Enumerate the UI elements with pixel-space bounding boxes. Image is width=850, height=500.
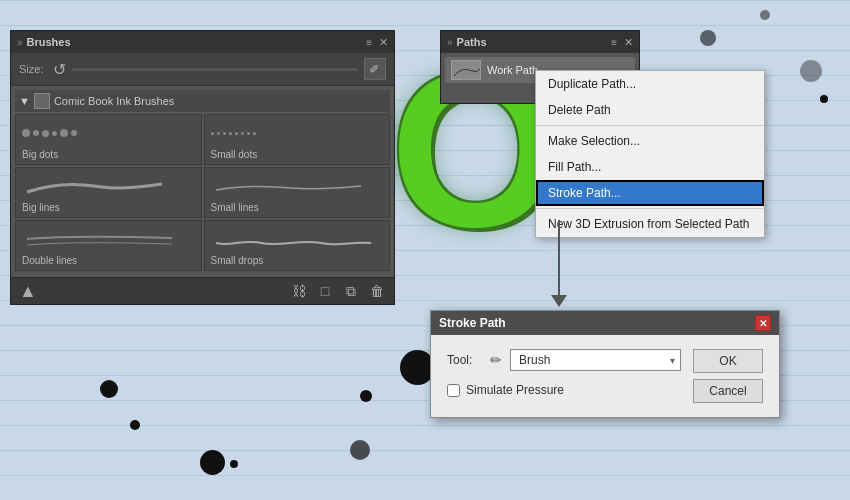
brushes-panel-header: » Brushes ≡ ✕ — [11, 31, 394, 53]
brush-name-small-drops: Small drops — [211, 255, 384, 266]
cancel-button[interactable]: Cancel — [693, 379, 763, 403]
brush-preview-small-dots — [211, 119, 384, 147]
simulate-pressure-checkbox[interactable] — [447, 384, 460, 397]
tool-row: Tool: ✏ Brush ▾ — [447, 349, 681, 371]
brushes-link-button[interactable]: ⛓ — [288, 282, 310, 300]
paths-panel-title: Paths — [457, 36, 487, 48]
tool-select[interactable]: Brush — [510, 349, 681, 371]
menu-item-make-selection[interactable]: Make Selection... — [536, 128, 764, 154]
brush-preview-big-lines — [22, 172, 195, 200]
context-menu: Duplicate Path... Delete Path Make Selec… — [535, 70, 765, 238]
double-lines-svg — [22, 225, 195, 253]
small-dots-preview — [211, 132, 256, 135]
arrow-line — [558, 220, 560, 300]
brush-icon: ✏ — [490, 352, 502, 368]
brushes-collapse-arrow[interactable]: » — [17, 37, 23, 48]
brush-name-big-lines: Big lines — [22, 202, 195, 213]
splatter-8 — [700, 30, 716, 46]
brush-size-row: Size: ↺ ✏ — [11, 53, 394, 86]
brush-preview-big-dots — [22, 119, 195, 147]
dot — [211, 132, 214, 135]
menu-item-delete-path[interactable]: Delete Path — [536, 97, 764, 123]
brush-name-double-lines: Double lines — [22, 255, 195, 266]
menu-item-stroke-path[interactable]: Stroke Path... — [536, 180, 764, 206]
ok-button[interactable]: OK — [693, 349, 763, 373]
paths-menu-icon[interactable]: ≡ — [608, 36, 620, 49]
brush-grid: Big dots Small dots — [15, 112, 390, 273]
dot — [52, 131, 57, 136]
brush-preview-small-lines — [211, 172, 384, 200]
paths-panel-header: » Paths ≡ ✕ — [441, 31, 639, 53]
small-lines-svg — [211, 172, 384, 200]
splatter-11 — [820, 95, 828, 103]
brush-preview-small-drops — [211, 225, 384, 253]
big-dots-preview — [22, 129, 77, 137]
brush-group-folder-icon — [34, 93, 50, 109]
brushes-menu-icon[interactable]: ≡ — [363, 36, 375, 49]
dialog-form: Tool: ✏ Brush ▾ Simulate Pressure — [447, 349, 681, 397]
simulate-pressure-label: Simulate Pressure — [466, 383, 564, 397]
dialog-buttons: OK Cancel — [693, 349, 763, 403]
paths-panel-header-left: » Paths — [447, 36, 487, 48]
brush-pencil-icon: ✏ — [367, 61, 384, 78]
dot — [22, 129, 30, 137]
menu-divider-2 — [536, 208, 764, 209]
splatter-4 — [230, 460, 238, 468]
brushes-panel-title: Brushes — [27, 36, 71, 48]
tool-label: Tool: — [447, 353, 482, 367]
menu-item-duplicate-path[interactable]: Duplicate Path... — [536, 71, 764, 97]
dialog-close-button[interactable]: ✕ — [755, 315, 771, 331]
brush-name-small-dots: Small dots — [211, 149, 384, 160]
brush-item-double-lines[interactable]: Double lines — [15, 220, 202, 271]
brush-name-big-dots: Big dots — [22, 149, 195, 160]
reset-size-icon[interactable]: ↺ — [53, 60, 66, 79]
size-label: Size: — [19, 63, 47, 75]
brushes-close-button[interactable]: ✕ — [379, 36, 388, 49]
dot — [247, 132, 250, 135]
brush-size-slider[interactable] — [72, 68, 358, 71]
brushes-new-button[interactable]: ▲ — [17, 282, 39, 300]
arrow-head — [551, 295, 567, 307]
collapse-triangle: ▼ — [19, 95, 30, 107]
brushes-panel-controls: ≡ ✕ — [363, 36, 388, 49]
brushes-folder-button[interactable]: □ — [314, 282, 336, 300]
splatter-1 — [100, 380, 118, 398]
stroke-path-dialog: Stroke Path ✕ Tool: ✏ Brush ▾ — [430, 310, 780, 418]
path-name-work-path: Work Path — [487, 64, 538, 76]
dot — [33, 130, 39, 136]
paths-collapse-arrow[interactable]: » — [447, 37, 453, 48]
brush-item-big-dots[interactable]: Big dots — [15, 114, 202, 165]
dialog-container: Stroke Path ✕ Tool: ✏ Brush ▾ — [430, 310, 780, 418]
brush-item-small-drops[interactable]: Small drops — [204, 220, 391, 271]
dot — [71, 130, 77, 136]
brushes-copy-button[interactable]: ⧉ — [340, 282, 362, 300]
brush-group-header[interactable]: ▼ Comic Book Ink Brushes — [15, 90, 390, 112]
tool-select-wrapper: Brush ▾ — [510, 349, 681, 371]
brushes-toolbar: ▲ ⛓ □ ⧉ 🗑 — [11, 277, 394, 304]
dialog-title: Stroke Path — [439, 316, 506, 330]
brush-item-big-lines[interactable]: Big lines — [15, 167, 202, 218]
dot — [253, 132, 256, 135]
brush-list-area: ▼ Comic Book Ink Brushes Big dots — [11, 86, 394, 277]
dot — [235, 132, 238, 135]
brush-name-small-lines: Small lines — [211, 202, 384, 213]
menu-item-fill-path[interactable]: Fill Path... — [536, 154, 764, 180]
menu-item-new-3d[interactable]: New 3D Extrusion from Selected Path — [536, 211, 764, 237]
big-lines-svg — [22, 172, 195, 200]
splatter-2 — [130, 420, 140, 430]
brush-item-small-dots[interactable]: Small dots — [204, 114, 391, 165]
brush-edit-button[interactable]: ✏ — [364, 58, 386, 80]
dot — [60, 129, 68, 137]
splatter-9 — [760, 10, 770, 20]
paths-close-button[interactable]: ✕ — [624, 36, 633, 49]
dot — [217, 132, 220, 135]
splatter-10 — [800, 60, 822, 82]
menu-divider-1 — [536, 125, 764, 126]
dialog-content: Tool: ✏ Brush ▾ Simulate Pressure — [431, 335, 779, 417]
brushes-delete-button[interactable]: 🗑 — [366, 282, 388, 300]
splatter-6 — [360, 390, 372, 402]
brush-group-name: Comic Book Ink Brushes — [54, 95, 174, 107]
path-preview-svg — [452, 61, 482, 81]
splatter-7 — [350, 440, 370, 460]
brush-item-small-lines[interactable]: Small lines — [204, 167, 391, 218]
